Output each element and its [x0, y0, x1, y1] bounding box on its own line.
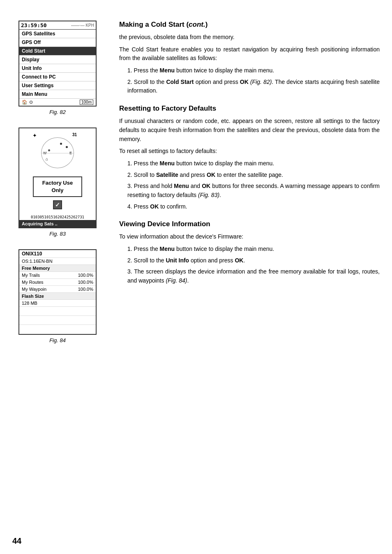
fig84-screen: ONIX110 OS:1.16EN-BN Free Memory My Trai…	[18, 249, 97, 335]
compass-area: ✦ 31 W E ⌂	[31, 132, 84, 175]
info-device-name: ONIX110	[19, 250, 96, 258]
section-title-end: )	[205, 21, 208, 28]
compass-circle: W E ⌂	[41, 137, 74, 168]
factory-use-line1: Factory Use	[41, 179, 74, 187]
section-title-italic: cont.	[189, 21, 205, 28]
sat-dot-1	[66, 146, 68, 148]
info-empty-2	[19, 316, 96, 325]
fig82-container: 23:59:50 ——·— KPH GPS Satellites GPS Off…	[18, 21, 97, 115]
satellite-icon: ⊙	[29, 100, 33, 105]
section-device-info: Viewing Device Information To view infor…	[119, 220, 380, 285]
device-info-para5: To view information about the device's F…	[119, 232, 380, 241]
cold-start-step2: 2. Scroll to the Cold Start option and p…	[127, 78, 380, 95]
info-os-version: OS:1.16EN-BN	[19, 258, 96, 265]
fig82-footer: 🏠 ⊙ 100m	[19, 98, 96, 106]
compass-hline	[42, 153, 74, 153]
factory-use-box: Factory Use Only	[33, 176, 82, 197]
factory-step1: 1. Press the Menu button twice to displa…	[127, 159, 380, 168]
fig82-screen: 23:59:50 ——·— KPH GPS Satellites GPS Off…	[18, 21, 97, 107]
sat-dot-2	[60, 143, 62, 145]
section-device-info-title: Viewing Device Information	[119, 220, 380, 228]
acquiring-sats: Acquiring Sats ..	[19, 220, 96, 227]
factory-step2: 2. Scroll to Satellite and press OK to e…	[127, 171, 380, 180]
factory-para3: If unusual characters or random code, et…	[119, 117, 380, 144]
fig84-container: ONIX110 OS:1.16EN-BN Free Memory My Trai…	[18, 249, 97, 343]
device-info-step3: 3. The screen displays the device inform…	[127, 267, 380, 285]
menu-item-display[interactable]: Display	[19, 56, 96, 64]
home-icon: 🏠	[22, 100, 28, 105]
fig83-container: ✦ 31 W E ⌂	[18, 127, 97, 237]
device-info-step2: 2. Scroll to the Unit Info option and pr…	[127, 256, 380, 265]
cold-start-step1: 1. Press the Menu button twice to displa…	[127, 66, 380, 75]
factory-step4: 4. Press OK to confirm.	[127, 202, 380, 211]
fig83-screen: ✦ 31 W E ⌂	[18, 127, 97, 228]
content-column: Making a Cold Start (cont.) the previous…	[107, 21, 380, 343]
factory-para4: To reset all settings to factory default…	[119, 147, 380, 156]
cold-start-para1: the previous, obsolete data from the mem…	[119, 33, 380, 42]
figures-column: 23:59:50 ——·— KPH GPS Satellites GPS Off…	[8, 21, 107, 343]
menu-item-gps-satellites[interactable]: GPS Satellites	[19, 30, 96, 38]
checkmark-box: ✓	[53, 200, 62, 209]
fig82-header: 23:59:50 ——·— KPH	[19, 21, 96, 30]
menu-item-cold-start[interactable]: Cold Start	[19, 47, 96, 56]
menu-item-user-settings[interactable]: User Settings	[19, 81, 96, 90]
fig84-label: Fig. 84	[18, 337, 97, 343]
menu-item-main-menu[interactable]: Main Menu	[19, 90, 96, 98]
sun-icon: ✦	[32, 132, 37, 139]
info-empty-1	[19, 307, 96, 316]
section-factory-reset: Resetting to Factory Defaults If unusual…	[119, 104, 380, 211]
section-cold-start: Making a Cold Start (cont.) the previous…	[119, 21, 380, 95]
fig82-speed: ——·— KPH	[71, 23, 94, 28]
info-my-waypoin: My Waypoin 100.0%	[19, 286, 96, 293]
menu-item-connect-pc[interactable]: Connect to PC	[19, 73, 96, 81]
info-my-trails: My Trails 100.0%	[19, 272, 96, 279]
sat-display: ✦ 31 W E ⌂	[19, 128, 96, 214]
compass-number: 31	[72, 132, 77, 137]
fig82-label: Fig. 82	[18, 109, 97, 115]
section-cold-start-title: Making a Cold Start (cont.)	[119, 21, 380, 29]
info-flash-size-label: Flash Size	[19, 293, 96, 300]
section-title-text: Making a Cold Start (	[119, 21, 189, 28]
device-info-step1: 1. Press the Menu button twice to displa…	[127, 245, 380, 254]
info-flash-size-value: 128 MB	[19, 300, 96, 307]
scale-indicator: 100m	[80, 100, 93, 105]
section-factory-title: Resetting to Factory Defaults	[119, 104, 380, 113]
info-empty-3	[19, 325, 96, 334]
factory-step3: 3. Press and hold Menu and OK buttons fo…	[127, 182, 380, 199]
home-sat-icon: ⌂	[46, 157, 48, 161]
footer-icons: 🏠 ⊙	[22, 100, 33, 105]
cold-start-para2: The Cold Start feature enables you to re…	[119, 45, 380, 63]
factory-use-line2: Only	[41, 187, 74, 194]
menu-item-unit-info[interactable]: Unit Info	[19, 64, 96, 73]
fig82-time: 23:59:50	[21, 22, 47, 28]
fig83-label: Fig. 83	[18, 231, 97, 237]
page-number: 44	[12, 536, 21, 546]
info-free-memory-label: Free Memory	[19, 265, 96, 272]
sat-dot-3	[48, 149, 50, 151]
menu-item-gps-off[interactable]: GPS Off	[19, 38, 96, 47]
info-my-routes: My Routes 100.0%	[19, 279, 96, 286]
sat-serial: 010305101516202425262731	[19, 214, 96, 220]
